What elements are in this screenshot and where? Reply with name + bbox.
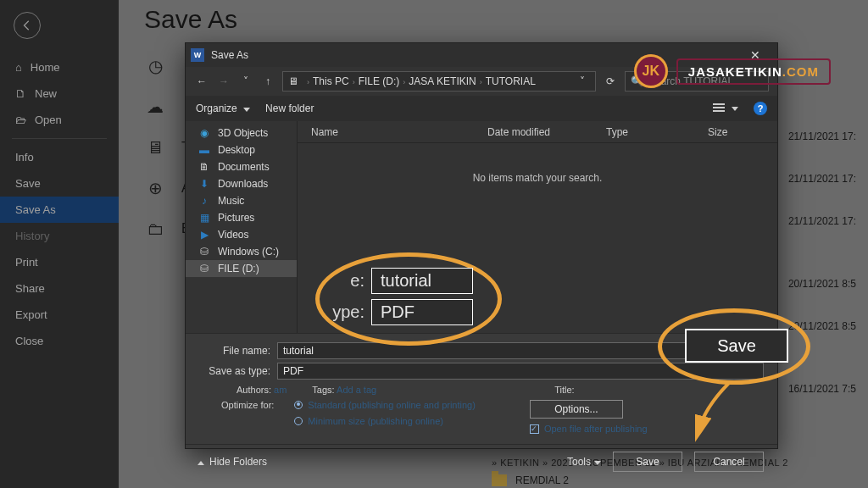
chevron-down-icon (732, 107, 738, 111)
crumb[interactable]: TUTORIAL (486, 75, 536, 87)
desktop-icon: ▬ (198, 144, 211, 156)
save-button[interactable]: Save (613, 452, 682, 472)
nav-save-as[interactable]: Save As (0, 197, 119, 223)
opt-standard-radio[interactable]: Standard (publishing online and printing… (294, 400, 476, 411)
nav-back-icon[interactable]: ← (194, 75, 209, 87)
pc-icon: 🖥 (288, 75, 298, 87)
nav-export[interactable]: Export (0, 302, 119, 328)
hide-folders-toggle[interactable]: Hide Folders (198, 456, 267, 468)
recent-dates: 21/11/2021 17: 21/11/2021 17: 21/11/2021… (788, 115, 856, 410)
open-after-checkbox[interactable]: ✓Open file after publishing (530, 424, 648, 434)
dialog-toolbar: Organize New folder ? (186, 96, 777, 121)
nav-open[interactable]: 🗁 Open (0, 107, 119, 133)
back-button[interactable] (14, 12, 41, 39)
nav-label: Info (15, 151, 34, 164)
file-name-input[interactable] (277, 342, 764, 359)
col-type[interactable]: Type (606, 126, 708, 138)
chevron-down-icon (243, 108, 250, 112)
pc-icon: 🖥 (142, 138, 168, 158)
nav-label: New (35, 87, 57, 100)
tree-music[interactable]: ♪Music (186, 192, 297, 209)
page-title: Save As (144, 5, 844, 34)
authors-value[interactable]: am (274, 385, 287, 395)
tags-value[interactable]: Add a tag (337, 385, 376, 395)
optimize-row: Optimize for: Standard (publishing onlin… (221, 400, 764, 434)
refresh-icon[interactable]: ⟳ (603, 75, 618, 87)
nav-share[interactable]: Share (0, 275, 119, 302)
help-icon[interactable]: ? (754, 102, 767, 115)
col-date[interactable]: Date modified (487, 126, 606, 138)
organize-menu[interactable]: Organize (196, 103, 250, 114)
nav-label: Open (35, 114, 62, 126)
date: 16/11/2021 7:5 (788, 368, 856, 410)
folder-icon: 🗀 (142, 219, 168, 239)
cancel-button[interactable]: Cancel (694, 452, 764, 472)
tree-documents[interactable]: 🗎Documents (186, 158, 297, 175)
radio-icon (294, 401, 303, 409)
nav-fwd-icon[interactable]: → (216, 75, 231, 87)
nav-label: History (15, 230, 49, 242)
nav-history[interactable]: History (0, 223, 119, 249)
tools-menu[interactable]: Tools (567, 456, 601, 468)
date: 21/11/2021 17: (788, 158, 856, 200)
dialog-footer: Hide Folders Tools Save Cancel (186, 444, 777, 478)
tree-file-d[interactable]: ⛁FILE (D:) (186, 260, 297, 277)
word-icon: W (191, 48, 204, 62)
view-menu[interactable] (713, 103, 738, 114)
drive-icon: ⛁ (198, 263, 211, 274)
tree-videos[interactable]: ▶Videos (186, 226, 297, 243)
crumb[interactable]: JASA KETIKIN (409, 75, 476, 87)
breadcrumb[interactable]: 🖥 ›This PC›FILE (D:)›JASA KETIKIN›TUTORI… (282, 71, 596, 92)
nav-up-icon[interactable]: ↑ (260, 75, 275, 87)
tree-windows-c[interactable]: ⛁Windows (C:) (186, 243, 297, 260)
cloud-icon: ☁ (142, 97, 168, 117)
tree-3d-objects[interactable]: ◉3D Objects (186, 125, 297, 141)
nav-new[interactable]: 🗋 New (0, 80, 119, 107)
date: 21/11/2021 17: (788, 115, 856, 158)
objects3d-icon: ◉ (198, 127, 211, 139)
tree-downloads[interactable]: ⬇Downloads (186, 175, 297, 192)
watermark-badge: JK (634, 54, 668, 88)
date: 20/11/2021 8:5 (788, 305, 856, 347)
options-button[interactable]: Options... (530, 400, 623, 419)
separator (12, 138, 107, 139)
crumb[interactable]: FILE (D:) (359, 75, 400, 87)
save-type-select[interactable]: PDF (277, 363, 764, 380)
opt-minimum-radio[interactable]: Minimum size (publishing online) (294, 416, 476, 427)
documents-icon: 🗎 (198, 161, 211, 173)
nav-save[interactable]: Save (0, 170, 119, 197)
tree-pictures[interactable]: ▦Pictures (186, 209, 297, 226)
chevron-down-icon[interactable]: ˅ (575, 75, 590, 87)
col-name[interactable]: Name (301, 126, 487, 138)
nav-label: Export (15, 308, 47, 321)
save-as-dialog: W Save As ✕ ← → ˅ ↑ 🖥 ›This PC›FILE (D:)… (185, 42, 778, 449)
tags-label: Tags: (312, 385, 334, 395)
date: 20/11/2021 8:5 (788, 263, 856, 305)
authors-label: Authors: (236, 385, 271, 395)
radio-icon (294, 417, 303, 425)
nav-home[interactable]: ⌂ Home (0, 54, 119, 80)
file-list-header[interactable]: Name Date modified Type Size (298, 121, 777, 143)
watermark-text: JASAKETIKIN.COM (676, 58, 831, 85)
list-icon (713, 103, 725, 114)
nav-print[interactable]: Print (0, 249, 119, 275)
drive-icon: ⛁ (198, 246, 211, 258)
tree-desktop[interactable]: ▬Desktop (186, 141, 297, 158)
nav-label: Save As (15, 203, 56, 216)
dialog-body: ◉3D Objects ▬Desktop 🗎Documents ⬇Downloa… (186, 121, 777, 333)
folder-tree[interactable]: ◉3D Objects ▬Desktop 🗎Documents ⬇Downloa… (186, 121, 298, 333)
nav-close[interactable]: Close (0, 328, 119, 354)
new-folder-button[interactable]: New folder (265, 103, 314, 114)
dialog-bottom: File name: Save as type: PDF Authors: am… (186, 333, 777, 444)
nav-label: Print (15, 256, 38, 269)
nav-info[interactable]: Info (0, 144, 119, 170)
crumb[interactable]: This PC (313, 75, 349, 87)
title-label: Title: (554, 385, 574, 395)
col-size[interactable]: Size (708, 126, 774, 138)
nav-recent-icon[interactable]: ˅ (238, 75, 253, 87)
downloads-icon: ⬇ (198, 178, 211, 190)
save-type-label: Save as type: (203, 365, 270, 377)
watermark: JK JASAKETIKIN.COM (634, 54, 831, 88)
videos-icon: ▶ (198, 229, 211, 241)
globe-icon: ⊕ (142, 178, 168, 198)
